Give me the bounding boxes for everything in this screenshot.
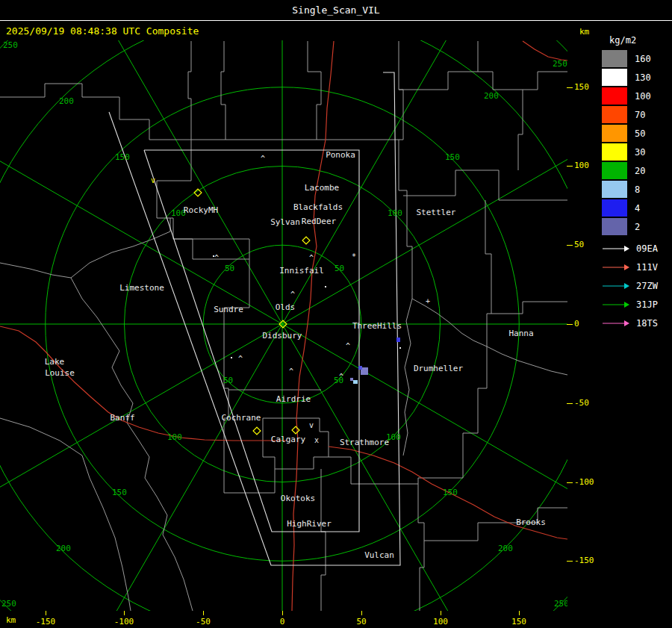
city-label-lacombe: Lacombe	[305, 183, 339, 193]
radar-app-window: Single_Scan_VIL 2025/09/19 08:48:38 UTC …	[0, 0, 672, 628]
county-boundary	[418, 484, 424, 611]
city-label-vulcan: Vulcan	[364, 550, 394, 560]
scale-value: 130	[635, 72, 651, 83]
map-symbol-^: ^	[309, 254, 314, 262]
range-label-250: 250	[553, 59, 567, 69]
scale-row-20: 20	[602, 161, 658, 180]
site-id: 18TS	[636, 318, 658, 329]
right-axis-tick	[567, 561, 573, 562]
scale-value: 4	[635, 203, 640, 214]
range-label-50: 50	[223, 376, 233, 385]
bottom-axis-tick	[46, 611, 46, 615]
city-label-strathmore: Strathmore	[340, 438, 389, 447]
scale-swatch-130	[602, 69, 627, 86]
bottom-axis-tick	[441, 611, 441, 615]
range-label-150: 150	[112, 488, 127, 497]
city-label-ponoka: Ponoka	[326, 150, 355, 160]
range-label-150: 150	[445, 152, 460, 162]
scale-row-70: 70	[602, 105, 658, 124]
city-label-lake: Lake	[45, 357, 65, 367]
county-boundary	[71, 278, 193, 611]
county-boundary	[0, 418, 90, 478]
range-label-250: 250	[554, 599, 569, 609]
map-symbol-^: ^	[214, 254, 219, 262]
legend-panel: kg/m2 16013010070503020842 09EA111V27ZW3…	[602, 34, 658, 332]
radar-map[interactable]: 2502001501005025020015010050501001502002…	[0, 0, 672, 628]
bottom-axis-tick	[203, 611, 204, 615]
right-axis-label: 50	[574, 239, 584, 251]
county-boundary	[90, 478, 131, 611]
county-boundary	[0, 84, 191, 140]
bottom-axis-label: 100	[426, 616, 455, 628]
scale-value: 2	[635, 222, 640, 232]
site-row-111V: 111V	[602, 258, 658, 276]
scale-swatch-8	[602, 181, 627, 198]
county-boundary	[403, 299, 412, 456]
scale-swatch-20	[602, 162, 627, 179]
map-symbol-^: ^	[290, 290, 295, 299]
azimuth-spoke-300	[0, 119, 282, 324]
bottom-axis-tick	[124, 611, 125, 615]
city-label-sylvan: Sylvan	[270, 217, 300, 227]
scale-swatch-100	[602, 87, 627, 105]
map-symbol-^: ^	[261, 155, 265, 163]
bottom-axis-tick	[519, 611, 520, 615]
city-label-stettler: Stettler	[417, 208, 456, 217]
county-boundary	[329, 457, 463, 484]
azimuth-spoke-210	[77, 324, 282, 628]
bottom-axis-unit-label: km	[6, 615, 16, 625]
city-label-innisfail: Innisfail	[279, 266, 324, 276]
site-row-27ZW: 27ZW	[602, 276, 658, 295]
radar-site-marker	[302, 237, 310, 244]
right-axis-label: 150	[574, 81, 589, 93]
county-boundary	[424, 508, 567, 541]
county-boundary	[321, 469, 326, 611]
scale-swatch-160	[602, 50, 627, 67]
site-arrow-icon	[602, 300, 630, 309]
city-label-hanna: Hanna	[508, 329, 533, 338]
right-axis-tick	[567, 87, 573, 88]
map-symbol-+: +	[426, 297, 430, 305]
range-label-100: 100	[167, 432, 182, 442]
legend-title: kg/m2	[609, 34, 658, 46]
scale-row-100: 100	[602, 87, 658, 105]
town-dot-marker	[231, 357, 232, 358]
scale-row-160: 160	[602, 49, 658, 68]
bottom-axis-label: 50	[346, 616, 376, 628]
scale-row-8: 8	[602, 180, 658, 199]
map-symbol-v: v	[151, 176, 155, 184]
site-row-09EA: 09EA	[602, 239, 658, 258]
county-boundary	[0, 263, 71, 278]
county-boundary	[403, 170, 567, 200]
scale-row-50: 50	[602, 124, 658, 143]
county-boundary	[518, 90, 523, 170]
county-boundary	[221, 41, 225, 140]
scale-value: 20	[635, 166, 645, 176]
range-label-50: 50	[335, 264, 344, 273]
right-axis-label: -100	[574, 476, 594, 488]
site-arrow-icon	[602, 244, 630, 253]
scale-swatch-30	[602, 143, 627, 161]
scale-row-30: 30	[602, 143, 658, 161]
site-arrow-icon	[602, 263, 630, 272]
azimuth-spoke-330	[77, 0, 282, 324]
scale-value: 100	[635, 91, 651, 102]
scale-swatch-2	[602, 218, 627, 235]
scale-row-4: 4	[602, 199, 658, 217]
bottom-axis-label: -50	[188, 616, 218, 628]
range-label-200: 200	[59, 96, 74, 106]
range-label-150: 150	[115, 152, 130, 162]
city-label-reddeer: RedDeer	[302, 217, 337, 226]
bottom-axis-tick	[361, 611, 362, 615]
county-boundary	[173, 239, 249, 259]
city-label-okotoks: Okotoks	[281, 494, 315, 503]
range-ring-250km	[0, 0, 672, 628]
city-label-didsbury: Didsbury	[263, 331, 302, 341]
city-label-threehills: ThreeHills	[352, 321, 402, 331]
right-axis-label: -50	[574, 397, 589, 409]
right-axis-tick	[567, 324, 573, 325]
city-label-limestone: Limestone	[119, 283, 164, 293]
scale-value: 30	[635, 147, 645, 158]
county-boundary	[224, 469, 275, 493]
radar-coverage-outline	[109, 72, 400, 565]
